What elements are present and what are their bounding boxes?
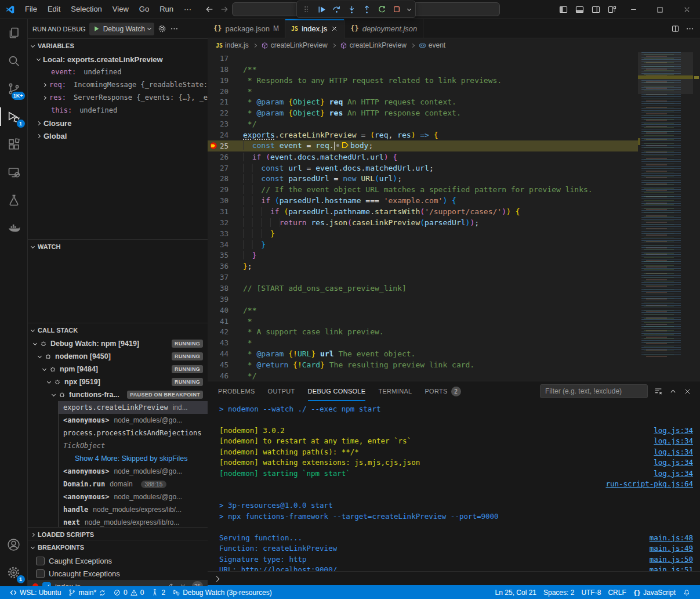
search-icon[interactable] — [0, 47, 28, 75]
launch-config-dropdown[interactable]: Debug Watch — [89, 23, 154, 35]
menu-edit[interactable]: Edit — [42, 2, 66, 16]
step-out-icon[interactable] — [360, 2, 373, 16]
remote-explorer-icon[interactable] — [0, 158, 28, 186]
panel-tab-output[interactable]: OUTPUT — [268, 381, 295, 401]
breadcrumb-item[interactable]: event — [419, 41, 445, 49]
accounts-icon[interactable] — [0, 531, 28, 558]
gutter[interactable]: 40 — [208, 305, 235, 316]
panel-tab-ports[interactable]: PORTS 2 — [425, 381, 460, 401]
status-item[interactable]: WSL: Ubuntu — [6, 586, 64, 599]
restart-icon[interactable] — [375, 2, 389, 16]
menu-file[interactable]: File — [20, 2, 42, 16]
debug-session-row[interactable]: Debug Watch: npm [9419] RUNNING — [28, 337, 208, 350]
stack-frame-row[interactable]: handle node_modules/express/lib/... — [59, 503, 208, 516]
console-filter-input[interactable] — [540, 384, 648, 398]
scope-local[interactable]: Local: exports.createLinkPreview — [28, 53, 208, 66]
notifications-bell-icon[interactable] — [679, 586, 694, 599]
code-line-36[interactable]: 36}; — [208, 261, 638, 272]
toggle-secondary-sidebar-icon[interactable] — [587, 2, 604, 18]
close-tab-icon[interactable] — [331, 25, 338, 33]
stack-frame-row[interactable]: TickObject — [59, 439, 208, 452]
drag-handle-icon[interactable] — [299, 2, 313, 16]
code-editor[interactable]: 17 18/** 19 * Responds to any HTTP reque… — [208, 52, 700, 381]
menu-selection[interactable]: Selection — [66, 2, 107, 16]
gutter[interactable]: 25 — [208, 140, 235, 151]
explorer-icon[interactable] — [0, 19, 28, 47]
variable-row[interactable]: req:IncomingMessage {_readableState:… — [28, 78, 208, 91]
console-source-link[interactable]: run-script-pkg.js:64 — [605, 479, 693, 488]
editor-tab-package.json[interactable]: {} package.json M — [208, 19, 285, 38]
status-item[interactable]: main* — [64, 586, 110, 599]
maximize-button[interactable] — [647, 0, 673, 19]
code-line-37[interactable]: 37 — [208, 272, 638, 283]
stack-frame-row[interactable]: exports.createLinkPreview ind... — [59, 401, 208, 414]
scope-global[interactable]: Global — [28, 129, 208, 142]
status-item[interactable]: CRLF — [604, 586, 629, 599]
debug-session-chevron-icon[interactable] — [405, 2, 413, 16]
gutter[interactable]: 42 — [208, 326, 235, 337]
console-source-link[interactable]: main.js:50 — [650, 555, 693, 564]
breakpoint-row[interactable]: index.js 25 — [28, 580, 208, 586]
status-item-language[interactable]: {}JavaScript — [630, 586, 679, 599]
console-source-link[interactable]: log.js:34 — [654, 426, 693, 435]
code-line-19[interactable]: 19 * Responds to any HTTP request relate… — [208, 75, 638, 86]
docker-icon[interactable] — [0, 214, 28, 242]
edit-breakpoint-icon[interactable] — [166, 582, 174, 586]
code-line-27[interactable]: 27 const url = event.docs.matchedUrl.url… — [208, 163, 638, 174]
gutter[interactable]: 23 — [208, 118, 235, 129]
console-source-link[interactable]: log.js:34 — [654, 469, 693, 478]
maximize-panel-icon[interactable] — [669, 387, 677, 396]
console-source-link[interactable]: log.js:34 — [654, 448, 693, 456]
gutter[interactable]: 19 — [208, 75, 235, 86]
step-into-icon[interactable] — [344, 2, 358, 16]
gutter[interactable]: 20 — [208, 86, 235, 97]
code-line-24[interactable]: 24exports.createLinkPreview = (req, res)… — [208, 129, 638, 140]
code-line-22[interactable]: 22 * @param {Object} res An HTTP respons… — [208, 107, 638, 118]
gutter[interactable]: 44 — [208, 348, 235, 359]
code-line-30[interactable]: 30 if (parsedUrl.hostname === 'example.c… — [208, 195, 638, 206]
code-line-23[interactable]: 23 */ — [208, 118, 638, 129]
nav-forward-icon[interactable] — [220, 5, 229, 14]
code-line-20[interactable]: 20 * — [208, 86, 638, 97]
toggle-panel-icon[interactable] — [571, 2, 587, 18]
stack-frame-row[interactable]: next node_modules/express/lib/ro... — [59, 516, 208, 527]
overview-ruler[interactable] — [693, 52, 700, 381]
code-line-33[interactable]: 33 } — [208, 228, 638, 239]
gutter[interactable]: 36 — [208, 261, 235, 272]
gutter[interactable]: 45 — [208, 359, 235, 370]
gutter[interactable]: 18 — [208, 64, 235, 75]
breakpoint-checkbox[interactable] — [36, 569, 45, 578]
continue-icon[interactable] — [314, 2, 328, 16]
gutter[interactable]: 35 — [208, 250, 235, 261]
code-line-41[interactable]: 41 * — [208, 316, 638, 327]
stack-frame-row[interactable]: <anonymous> node_modules/@go... — [59, 414, 208, 427]
toggle-sidebar-icon[interactable] — [555, 2, 571, 18]
console-source-link[interactable]: main.js:51 — [650, 565, 693, 571]
close-window-button[interactable] — [673, 0, 700, 19]
code-line-25[interactable]: 25 const event = req.body; — [208, 140, 638, 151]
extensions-icon[interactable] — [0, 131, 28, 158]
debug-settings-gear-icon[interactable] — [158, 24, 166, 33]
gutter[interactable]: 24 — [208, 129, 235, 140]
gutter[interactable]: 27 — [208, 163, 235, 174]
console-source-link[interactable]: main.js:49 — [650, 544, 693, 553]
settings-gear-icon[interactable]: 1 — [0, 558, 28, 586]
gutter[interactable]: 34 — [208, 239, 235, 250]
code-line-45[interactable]: 45 * @return {!Card} The resulting previ… — [208, 359, 638, 370]
debug-session-row[interactable]: npm [9484] RUNNING — [28, 363, 208, 376]
console-source-link[interactable]: main.js:48 — [650, 533, 693, 542]
scope-closure[interactable]: Closure — [28, 117, 208, 129]
stack-frame-row[interactable]: <anonymous> node_modules/@go... — [59, 465, 208, 478]
gutter[interactable]: 46 — [208, 370, 235, 381]
gutter[interactable]: 37 — [208, 272, 235, 283]
console-source-link[interactable]: log.js:34 — [654, 436, 693, 445]
menu-run[interactable]: Run — [154, 2, 179, 16]
breakpoints-header[interactable]: BREAKPOINTS — [28, 540, 208, 554]
stack-frame-row[interactable]: process.processTicksAndRejections — [59, 427, 208, 439]
variable-row[interactable]: event:undefined — [28, 66, 208, 78]
minimap[interactable] — [638, 52, 693, 381]
code-line-46[interactable]: 46 */ — [208, 370, 638, 381]
breakpoint-row[interactable]: Caught Exceptions — [28, 554, 208, 567]
status-item[interactable]: 0 0 — [110, 586, 147, 599]
editor-tab-index.js[interactable]: JS index.js — [285, 19, 344, 38]
